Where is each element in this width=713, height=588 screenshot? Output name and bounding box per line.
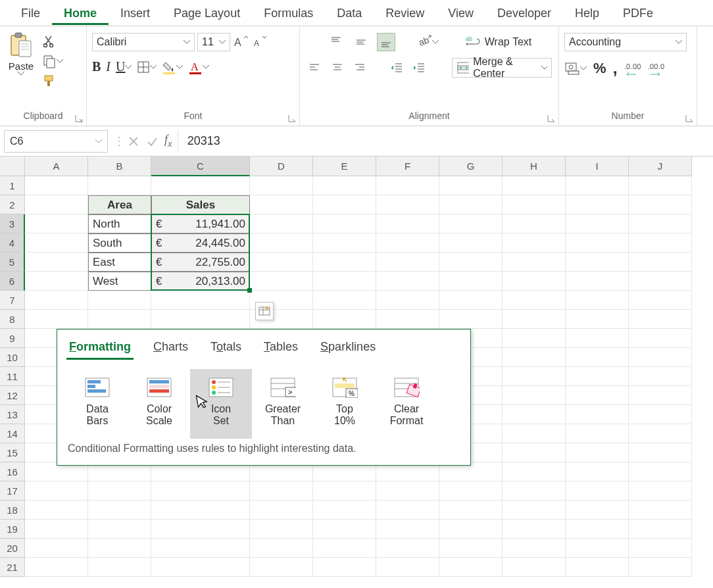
paste-button[interactable]: Paste bbox=[4, 32, 38, 76]
row-header-19[interactable]: 19 bbox=[0, 520, 25, 539]
col-header-E[interactable]: E bbox=[313, 157, 376, 176]
cell[interactable] bbox=[250, 253, 313, 272]
cell[interactable] bbox=[376, 310, 439, 329]
cell[interactable] bbox=[376, 272, 439, 291]
tab-file[interactable]: File bbox=[9, 1, 52, 25]
cell[interactable] bbox=[313, 291, 376, 310]
cell[interactable] bbox=[503, 558, 566, 577]
dialog-launcher-icon[interactable] bbox=[685, 114, 694, 123]
col-header-F[interactable]: F bbox=[376, 157, 439, 176]
increase-decimal-icon[interactable]: .0.00 bbox=[624, 61, 641, 76]
row-header-5[interactable]: 5 bbox=[0, 253, 25, 272]
cell[interactable] bbox=[151, 310, 250, 329]
cell[interactable] bbox=[566, 405, 629, 424]
cell[interactable] bbox=[313, 214, 376, 233]
row-header-2[interactable]: 2 bbox=[0, 195, 25, 214]
cell[interactable] bbox=[313, 501, 376, 520]
decrease-indent-button[interactable] bbox=[388, 59, 405, 77]
cell[interactable] bbox=[503, 176, 566, 195]
dialog-launcher-icon[interactable] bbox=[547, 114, 556, 123]
cell[interactable] bbox=[566, 520, 629, 539]
align-right-button[interactable] bbox=[352, 59, 368, 77]
row-header-18[interactable]: 18 bbox=[0, 501, 25, 520]
qa-option-clear-format[interactable]: ClearFormat bbox=[376, 369, 437, 439]
cell[interactable] bbox=[503, 462, 566, 481]
cell[interactable] bbox=[250, 481, 313, 501]
cell[interactable] bbox=[376, 214, 439, 233]
cell[interactable] bbox=[439, 195, 503, 214]
enter-icon[interactable] bbox=[146, 135, 158, 147]
cell[interactable] bbox=[629, 424, 692, 443]
cell[interactable] bbox=[25, 310, 88, 329]
increase-font-icon[interactable]: A bbox=[233, 34, 249, 50]
cell[interactable] bbox=[313, 481, 376, 501]
cell[interactable] bbox=[503, 214, 566, 233]
wrap-text-button[interactable]: ab Wrap Text bbox=[465, 35, 531, 49]
qa-tab-tables[interactable]: Tables bbox=[261, 336, 301, 360]
cell[interactable] bbox=[88, 539, 151, 558]
quick-analysis-button[interactable] bbox=[255, 302, 274, 320]
percent-button[interactable]: % bbox=[593, 60, 606, 77]
cell[interactable] bbox=[503, 539, 566, 558]
tab-insert[interactable]: Insert bbox=[109, 1, 162, 25]
cell[interactable] bbox=[566, 329, 629, 348]
cell[interactable] bbox=[439, 291, 503, 310]
cell[interactable] bbox=[629, 272, 692, 291]
cell[interactable] bbox=[629, 291, 692, 310]
border-button[interactable] bbox=[137, 61, 157, 74]
cell[interactable] bbox=[250, 272, 313, 291]
cell[interactable] bbox=[313, 195, 376, 214]
cell[interactable] bbox=[629, 501, 692, 520]
row-header-21[interactable]: 21 bbox=[0, 558, 25, 577]
cell[interactable] bbox=[629, 253, 692, 272]
qa-tab-charts[interactable]: Charts bbox=[151, 336, 191, 360]
cell[interactable] bbox=[566, 386, 629, 405]
italic-button[interactable]: I bbox=[106, 59, 111, 74]
accounting-format-button[interactable] bbox=[564, 61, 587, 76]
tab-page-layout[interactable]: Page Layout bbox=[162, 1, 252, 25]
cell[interactable] bbox=[566, 462, 629, 481]
dialog-launcher-icon[interactable] bbox=[74, 114, 84, 123]
row-header-6[interactable]: 6 bbox=[0, 272, 25, 291]
cell[interactable] bbox=[376, 195, 439, 214]
cell[interactable] bbox=[313, 176, 376, 195]
cell[interactable] bbox=[503, 348, 566, 367]
cell[interactable] bbox=[566, 176, 629, 195]
table-cell-area[interactable]: South bbox=[88, 233, 151, 253]
cell[interactable] bbox=[566, 424, 629, 443]
row-header-20[interactable]: 20 bbox=[0, 539, 25, 558]
cell[interactable] bbox=[629, 367, 692, 386]
cell[interactable] bbox=[503, 481, 566, 501]
cell[interactable] bbox=[629, 558, 692, 577]
cell[interactable] bbox=[629, 405, 692, 424]
cell[interactable] bbox=[313, 233, 376, 253]
cell[interactable] bbox=[151, 539, 250, 558]
comma-button[interactable]: , bbox=[613, 58, 618, 78]
cell[interactable] bbox=[376, 501, 439, 520]
cell[interactable] bbox=[151, 481, 250, 501]
cell[interactable] bbox=[151, 520, 250, 539]
cell[interactable] bbox=[629, 214, 692, 233]
cell[interactable] bbox=[25, 291, 88, 310]
table-cell-sales[interactable]: €22,755.00 bbox=[151, 253, 250, 272]
cell[interactable] bbox=[439, 214, 503, 233]
fill-color-button[interactable] bbox=[162, 60, 183, 74]
cell[interactable] bbox=[566, 253, 629, 272]
col-header-G[interactable]: G bbox=[439, 157, 503, 176]
orientation-button[interactable]: ab bbox=[416, 34, 439, 50]
cell[interactable] bbox=[25, 539, 88, 558]
cell[interactable] bbox=[313, 310, 376, 329]
cell[interactable] bbox=[503, 386, 566, 405]
row-header-11[interactable]: 11 bbox=[0, 367, 25, 386]
cell[interactable] bbox=[88, 558, 151, 577]
cell[interactable] bbox=[376, 558, 439, 577]
align-middle-button[interactable] bbox=[352, 33, 370, 51]
cell[interactable] bbox=[250, 539, 313, 558]
row-header-3[interactable]: 3 bbox=[0, 214, 25, 233]
cell[interactable] bbox=[25, 195, 88, 214]
cell[interactable] bbox=[503, 233, 566, 253]
table-cell-area[interactable]: West bbox=[88, 272, 151, 291]
cell[interactable] bbox=[503, 195, 566, 214]
align-bottom-button[interactable] bbox=[377, 33, 395, 51]
cell[interactable] bbox=[439, 539, 503, 558]
